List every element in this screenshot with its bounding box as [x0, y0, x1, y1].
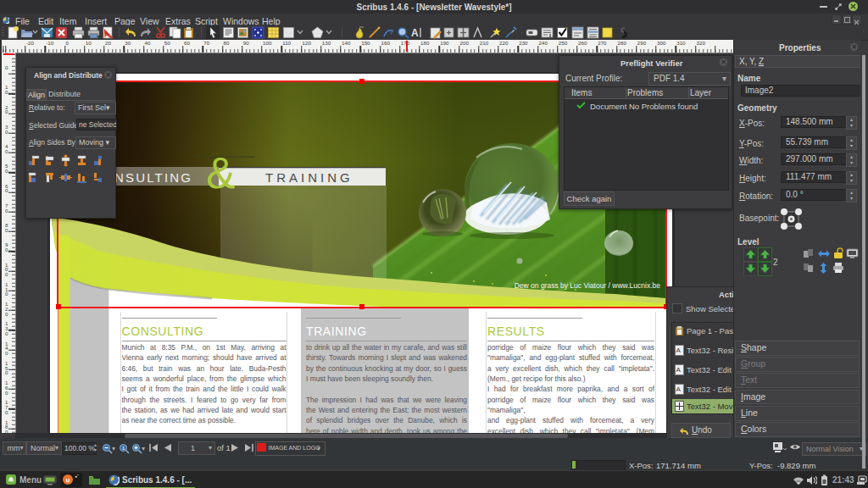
svg-text:A: A [411, 27, 419, 39]
svg-text:A: A [676, 385, 682, 393]
svg-text:A: A [676, 347, 682, 354]
svg-text:TRAINING: TRAINING [265, 170, 353, 185]
svg-text:P: P [104, 32, 108, 38]
svg-text:A: A [676, 366, 682, 374]
svg-text:&: & [206, 148, 236, 197]
svg-text:Dew on grass by Luc Viatour /: Dew on grass by Luc Viatour / www.Lucnix… [515, 281, 661, 290]
